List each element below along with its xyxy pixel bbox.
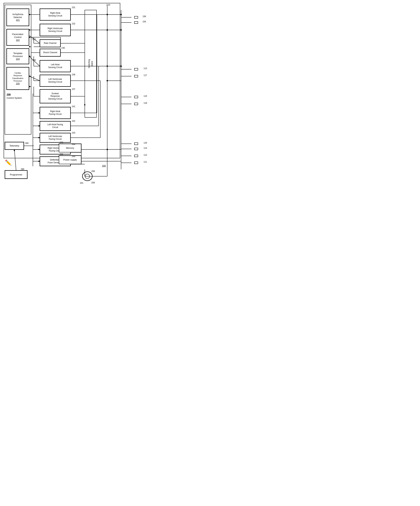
- label-231: 231: [72, 6, 75, 9]
- electrode-111: [134, 162, 138, 164]
- pacemaker-control-box: Pacemaker Control 222: [6, 29, 29, 46]
- svg-point-116: [107, 149, 108, 150]
- svg-marker-67: [37, 149, 39, 150]
- label-208: 208: [91, 170, 95, 173]
- label-220: 220: [7, 93, 11, 96]
- label-118: 118: [144, 102, 147, 104]
- svg-marker-35: [29, 14, 31, 15]
- programmer-box: Programmer: [5, 170, 27, 179]
- memory-box: Memory: [59, 144, 81, 152]
- svg-point-115: [107, 80, 108, 81]
- power-supply-box: Power supply: [59, 155, 81, 164]
- evoked-response-box: Evoked Response Sensing Circuit: [40, 89, 71, 103]
- label-200: 200: [102, 165, 106, 167]
- arrhythmia-detector-number: 221: [16, 19, 20, 22]
- electrode-118: [134, 103, 138, 105]
- label-209: 209: [91, 181, 95, 184]
- electrode-154: [134, 21, 138, 24]
- rate-channel-box: Rate Channel: [40, 40, 61, 47]
- pacemaker-control-label: Pacemaker Control: [12, 33, 24, 39]
- cardiac-response-label: Cardiac Response Classification Processo…: [12, 72, 24, 82]
- label-112: 112: [144, 154, 147, 156]
- svg-point-112: [107, 14, 108, 15]
- left-ventricular-pacing-box: Left Ventricular Pacing Circuit: [40, 133, 71, 142]
- svg-line-53: [29, 76, 40, 81]
- electrode-113: [134, 68, 138, 71]
- svg-point-117: [120, 14, 122, 15]
- label-210: 210: [106, 3, 110, 6]
- label-115: 115: [144, 95, 147, 97]
- control-system-label: Control System: [6, 97, 22, 99]
- right-atrial-pacing-box: Right Atrial Pacing Circuit: [40, 107, 71, 119]
- label-232: 232: [72, 22, 75, 25]
- connector-coil: [82, 171, 93, 181]
- electrode-116: [134, 142, 138, 145]
- label-116: 116: [144, 142, 147, 144]
- label-244: 244: [72, 143, 75, 146]
- label-280: 280: [60, 153, 63, 155]
- label-117: 117: [144, 74, 147, 77]
- label-234: 234: [32, 59, 36, 61]
- right-atrial-sensing-box: Right Atrial Sensing Circuit: [40, 9, 71, 20]
- template-processor-label: Template Processor: [13, 52, 23, 58]
- label-111: 111: [144, 161, 147, 163]
- svg-marker-65: [37, 137, 39, 138]
- svg-marker-63: [37, 125, 39, 126]
- left-atrial-sensing-box: Left Atrial Sensing Circuit: [40, 60, 71, 72]
- electrode-115: [134, 96, 138, 98]
- telemetry-box: Telemetry: [5, 142, 24, 150]
- left-atrial-pacing-box: Left Atrial Pacing Circuit: [40, 121, 71, 131]
- svg-marker-52: [29, 56, 31, 57]
- label-242: 242: [72, 120, 75, 122]
- arrhythmia-detector-label: Arrhythmia Detector: [13, 13, 23, 19]
- right-ventricular-sensing-box: Right Ventricular Sensing Circuit: [40, 24, 71, 36]
- svg-marker-69: [37, 160, 39, 162]
- svg-point-119: [120, 66, 122, 67]
- svg-line-93: [14, 150, 16, 170]
- label-260: 260: [25, 142, 29, 144]
- svg-marker-59: [29, 86, 31, 87]
- electrode-156: [134, 16, 138, 19]
- template-processor-box: Template Processor 224: [6, 48, 29, 64]
- label-237: 237: [72, 88, 75, 90]
- svg-marker-44: [29, 37, 31, 38]
- left-ventricular-sensing-box: Left Ventricular Sensing Circuit: [40, 75, 71, 87]
- label-270: 270: [60, 141, 63, 144]
- pacemaker-control-number: 222: [16, 39, 20, 42]
- label-243: 243: [72, 132, 75, 134]
- arrhythmia-detector-box: Arrhythmia Detector 221: [6, 9, 29, 26]
- shock-channel-box: Shock Channel: [40, 49, 61, 56]
- label-201: 201: [80, 182, 83, 184]
- label-114: 114: [144, 147, 147, 149]
- cardiac-response-box: Cardiac Response Classification Processo…: [6, 67, 29, 90]
- label-250: 250: [72, 155, 75, 158]
- label-236: 236: [72, 73, 75, 76]
- label-235: 235: [61, 47, 65, 49]
- svg-point-114: [107, 66, 108, 67]
- label-113: 113: [144, 67, 147, 70]
- label-154: 154: [142, 20, 146, 23]
- svg-marker-46: [29, 46, 31, 47]
- svg-point-118: [120, 29, 122, 31]
- label-233: 233: [32, 38, 36, 40]
- svg-marker-38: [29, 29, 31, 31]
- electrode-114: [134, 148, 138, 150]
- label-290: 290: [21, 168, 24, 170]
- template-processor-number: 224: [16, 58, 20, 61]
- svg-marker-56: [29, 75, 31, 77]
- electrode-117: [134, 75, 138, 77]
- diagram-container: Arrhythmia Detector 221 Pacemaker Contro…: [0, 0, 156, 191]
- cardiac-response-number: 225: [16, 82, 20, 85]
- electrode-112: [134, 155, 138, 157]
- switching-matrix-label: Switching Matrix: [85, 10, 97, 117]
- svg-point-113: [107, 29, 108, 31]
- svg-marker-61: [37, 112, 39, 113]
- label-241: 241: [72, 105, 75, 108]
- label-156: 156: [142, 15, 146, 18]
- programmer-icon: ✏️: [5, 159, 12, 166]
